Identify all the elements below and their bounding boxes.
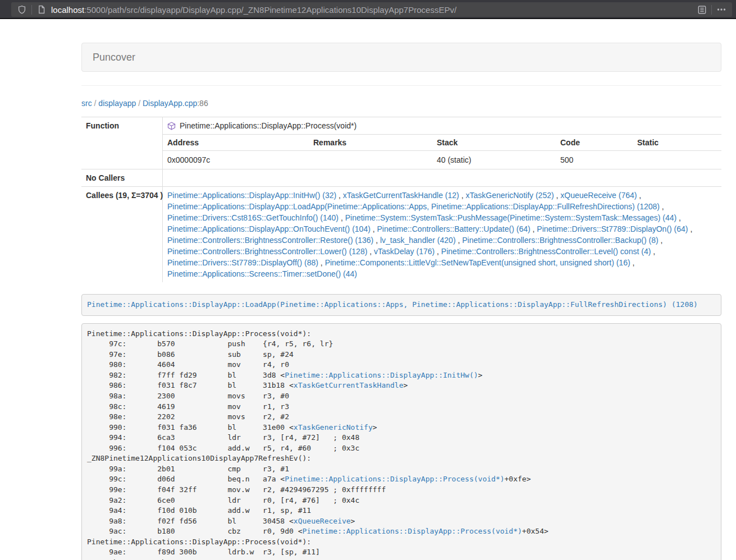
symbol-cube-icon: [167, 122, 176, 130]
disassembly-listing: Pinetime::Applications::DisplayApp::Proc…: [81, 323, 721, 560]
page-container: Puncover src / displayapp / DisplayApp.c…: [81, 43, 721, 560]
static-value: [633, 151, 721, 169]
breadcrumb-separator: /: [92, 99, 99, 108]
code-value: 500: [556, 151, 633, 169]
callee-link[interactable]: Pinetime::Applications::DisplayApp::Init…: [167, 191, 336, 200]
callee-separator: ,: [676, 213, 681, 222]
callee-separator: ,: [371, 224, 377, 233]
callee-link[interactable]: xQueueReceive (764): [560, 191, 637, 200]
callees-row: Callees (19, Σ=3704 ) Pinetime::Applicat…: [81, 186, 721, 282]
breadcrumb-link[interactable]: src: [81, 99, 92, 108]
breadcrumb: src / displayapp / DisplayApp.cpp:86: [81, 98, 721, 109]
callee-link[interactable]: Pinetime::Drivers::Cst816S::GetTouchInfo…: [167, 213, 339, 222]
no-callers-content: [163, 169, 721, 186]
disassembly-symbol-link[interactable]: Pinetime::Applications::DisplayApp::Proc…: [285, 475, 504, 483]
callee-separator: ,: [630, 258, 635, 267]
function-name: Pinetime::Applications::DisplayApp::Proc…: [180, 120, 356, 131]
callee-separator: ,: [531, 224, 537, 233]
browser-toolbar: localhost:5000/path/src/displayapp/Displ…: [0, 0, 736, 19]
callee-link[interactable]: Pinetime::Controllers::BrightnessControl…: [167, 236, 373, 245]
callee-separator: ,: [660, 202, 664, 211]
url-path: :5000/path/src/displayapp/DisplayApp.cpp…: [84, 5, 456, 15]
url-bar-separator: [711, 5, 712, 15]
tracking-protection-shield-icon[interactable]: [16, 3, 28, 16]
column-header-address: Address: [163, 135, 309, 151]
callee-link[interactable]: Pinetime::Controllers::Battery::Update()…: [377, 224, 531, 233]
callee-link[interactable]: Pinetime::Controllers::BrightnessControl…: [462, 236, 658, 245]
remarks-value: [309, 151, 432, 169]
callee-link[interactable]: xTaskGenericNotify (252): [465, 191, 554, 200]
address-value: 0x0000097c: [163, 151, 309, 169]
callee-separator: ,: [554, 191, 561, 200]
callee-link[interactable]: Pinetime::Applications::DisplayApp::Load…: [167, 202, 660, 211]
breadcrumb-separator: /: [136, 99, 143, 108]
callee-separator: ,: [459, 191, 466, 200]
callee-link[interactable]: xTaskGetCurrentTaskHandle (12): [343, 191, 459, 200]
callee-link[interactable]: Pinetime::Applications::Screens::Timer::…: [167, 269, 357, 278]
column-header-remarks: Remarks: [309, 135, 432, 151]
callee-link[interactable]: vTaskDelay (176): [374, 247, 435, 256]
callees-label: Callees (19, Σ=3704 ): [81, 187, 163, 282]
page-icon[interactable]: [35, 3, 48, 16]
breadcrumb-link[interactable]: displayapp: [98, 99, 136, 108]
disassembly-symbol-link[interactable]: Pinetime::Applications::DisplayApp::Init…: [285, 371, 478, 379]
url-bar-separator: [31, 5, 32, 15]
disassembly-symbol-link[interactable]: xTaskGenericNotify: [294, 423, 373, 432]
callee-separator: ,: [456, 236, 463, 245]
symbol-stats-table: Address Remarks Stack Code Static 0x0000…: [163, 134, 721, 169]
function-label: Function: [81, 117, 163, 169]
callees-list: Pinetime::Applications::DisplayApp::Init…: [163, 187, 721, 282]
function-name-line: Pinetime::Applications::DisplayApp::Proc…: [163, 117, 721, 134]
highlighted-callee-box: Pinetime::Applications::DisplayApp::Load…: [81, 294, 721, 316]
column-header-stack: Stack: [432, 135, 556, 151]
reader-mode-icon[interactable]: [696, 3, 708, 16]
callee-separator: ,: [435, 247, 441, 256]
breadcrumb-line-number: :86: [197, 99, 208, 108]
url-host: localhost: [51, 5, 84, 15]
no-callers-label: No Callers: [81, 169, 163, 186]
callee-separator: ,: [637, 191, 641, 200]
function-table: Function Pinetime::Applications::Display…: [81, 117, 721, 282]
disassembly-symbol-link[interactable]: xTaskGetCurrentTaskHandle: [294, 381, 404, 389]
callee-link[interactable]: Pinetime::Drivers::St7789::DisplayOn() (…: [537, 224, 688, 233]
divider: [81, 85, 721, 86]
column-header-code: Code: [556, 135, 633, 151]
disassembly-symbol-link[interactable]: xQueueReceive: [294, 517, 351, 525]
stats-header-row: Address Remarks Stack Code Static: [163, 135, 721, 151]
url-text[interactable]: localhost:5000/path/src/displayapp/Displ…: [51, 5, 696, 15]
callee-link[interactable]: Pinetime::Applications::DisplayApp::OnTo…: [167, 224, 371, 233]
callee-link[interactable]: Pinetime::Drivers::St7789::DisplayOff() …: [167, 258, 318, 267]
loadapp-symbol-link[interactable]: Pinetime::Applications::DisplayApp::Load…: [87, 300, 698, 309]
breadcrumb-link[interactable]: DisplayApp.cpp: [143, 99, 197, 108]
callee-separator: ,: [339, 213, 345, 222]
url-bar[interactable]: localhost:5000/path/src/displayapp/Displ…: [11, 2, 732, 17]
callee-separator: ,: [318, 258, 325, 267]
callee-link[interactable]: Pinetime::Components::LittleVgl::SetNewT…: [325, 258, 630, 267]
callee-separator: ,: [373, 236, 380, 245]
no-callers-row: No Callers: [81, 169, 721, 186]
callee-separator: ,: [651, 247, 655, 256]
callee-link[interactable]: lv_task_handler (420): [380, 236, 456, 245]
callee-separator: ,: [659, 236, 663, 245]
function-row: Function Pinetime::Applications::Display…: [81, 117, 721, 169]
disassembly-symbol-link[interactable]: Pinetime::Applications::DisplayApp::Proc…: [303, 527, 522, 535]
app-header-panel: Puncover: [81, 43, 721, 72]
callee-separator: ,: [336, 191, 343, 200]
callee-link[interactable]: Pinetime::System::SystemTask::PushMessag…: [345, 213, 677, 222]
stats-data-row: 0x0000097c 40 (static) 500: [163, 151, 721, 169]
page-title: Puncover: [93, 51, 710, 63]
column-header-static: Static: [633, 135, 721, 151]
callee-link[interactable]: Pinetime::Controllers::BrightnessControl…: [441, 247, 651, 256]
callee-separator: ,: [688, 224, 693, 233]
callee-separator: ,: [367, 247, 374, 256]
stack-value: 40 (static): [432, 151, 556, 169]
callee-link[interactable]: Pinetime::Controllers::BrightnessControl…: [167, 247, 367, 256]
page-actions-menu-icon[interactable]: [715, 3, 728, 16]
